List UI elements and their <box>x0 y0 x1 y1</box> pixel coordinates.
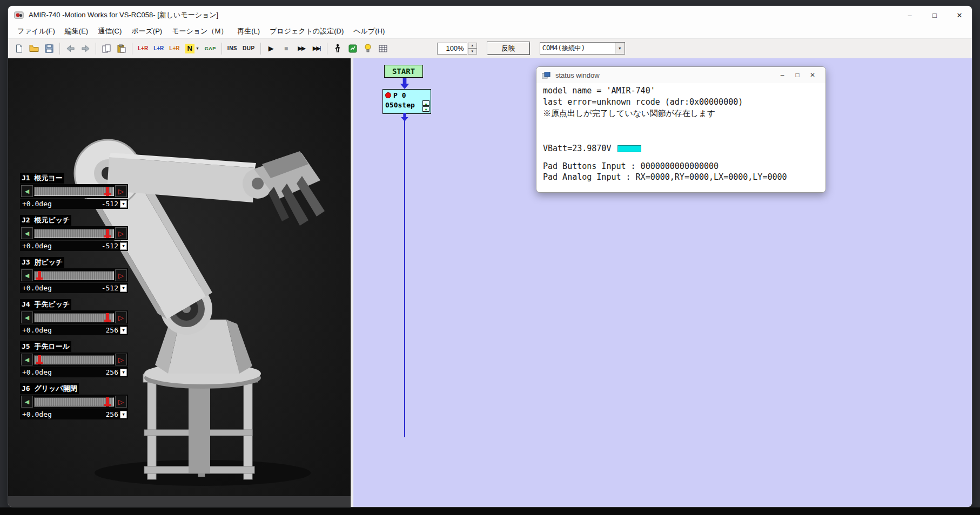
joint-slider-row: ◀ ▷ <box>20 395 128 409</box>
slider-play-button[interactable]: ▷ <box>115 354 127 365</box>
open-file-button[interactable] <box>27 42 41 56</box>
pose-monitor-button[interactable] <box>346 42 360 56</box>
menu-edit[interactable]: 編集(E) <box>60 24 93 38</box>
pose-status-dot <box>385 92 391 98</box>
undo-back-button[interactable] <box>63 42 77 56</box>
slider-play-button[interactable]: ▷ <box>115 269 127 281</box>
joint-value-dropdown[interactable]: ▼ <box>120 369 127 376</box>
insert-icon: INS <box>227 45 237 51</box>
robot-3d-viewport[interactable]: J1 根元ヨー ◀ ▷ +0.0deg -512 ▼ J2 根元ピッチ <box>8 58 351 507</box>
menu-playback[interactable]: 再生(L) <box>232 24 265 38</box>
flow-start-node[interactable]: START <box>384 65 423 78</box>
slider-decrease-button[interactable]: ◀ <box>21 354 33 365</box>
maximize-button[interactable]: □ <box>922 6 947 24</box>
mirror-lr-button-2[interactable]: L+R <box>151 42 166 56</box>
slider-play-button[interactable]: ▷ <box>115 396 127 408</box>
green-chart-icon <box>348 44 357 53</box>
joint-slider-handle[interactable] <box>106 187 109 196</box>
grid-view-button[interactable] <box>376 42 390 56</box>
joint-slider-track[interactable] <box>34 187 114 196</box>
joint-value-dropdown[interactable]: ▼ <box>120 411 127 418</box>
open-folder-icon <box>29 44 39 52</box>
joint-degrees: +0.0deg <box>22 368 106 376</box>
toolbar-separator <box>327 43 327 55</box>
torque-button[interactable] <box>361 42 375 56</box>
status-maximize-button[interactable]: □ <box>790 68 805 82</box>
minimize-button[interactable]: – <box>897 6 922 24</box>
joint-slider-track[interactable] <box>34 397 114 406</box>
slider-play-button[interactable]: ▷ <box>115 185 127 197</box>
zoom-level-field[interactable]: 100% <box>437 43 467 55</box>
joint-slider-track[interactable] <box>34 355 114 364</box>
skip-next-button[interactable]: ▶▶ <box>294 42 308 56</box>
slider-decrease-button[interactable]: ◀ <box>21 396 33 408</box>
status-close-button[interactable]: ✕ <box>805 68 820 82</box>
flow-arrow-icon <box>399 78 410 89</box>
joint-slider-track[interactable] <box>34 229 114 238</box>
walk-motion-button[interactable] <box>331 42 345 56</box>
pose-step-down-button[interactable]: ▼ <box>422 106 429 112</box>
slider-decrease-button[interactable]: ◀ <box>21 227 33 239</box>
menu-motion[interactable]: モーション（M） <box>167 24 232 38</box>
slider-decrease-button[interactable]: ◀ <box>21 311 33 323</box>
menu-project-settings[interactable]: プロジェクトの設定(D) <box>265 24 348 38</box>
joint-slider-handle[interactable] <box>106 229 109 238</box>
slider-decrease-button[interactable]: ◀ <box>21 185 33 197</box>
status-model-name: model name = 'AMIR-740' <box>543 85 819 97</box>
menu-file[interactable]: ファイル(F) <box>12 24 60 38</box>
pose-step-spinner: ▲ ▼ <box>422 100 429 112</box>
joint-slider-handle[interactable] <box>106 397 109 406</box>
menu-help[interactable]: ヘルプ(H) <box>348 24 390 38</box>
joint-value-dropdown[interactable]: ▼ <box>120 284 127 292</box>
stop-button[interactable]: ■ <box>279 42 293 56</box>
combo-dropdown-button[interactable]: ▼ <box>615 43 625 54</box>
joint-value-dropdown[interactable]: ▼ <box>120 242 127 250</box>
flow-pose-node[interactable]: P 0 050step ▲ ▼ <box>382 89 431 114</box>
joint-degrees: +0.0deg <box>22 326 106 334</box>
slider-decrease-button[interactable]: ◀ <box>21 269 33 281</box>
menu-pose[interactable]: ポーズ(P) <box>126 24 167 38</box>
slider-play-button[interactable]: ▷ <box>115 311 127 323</box>
status-window[interactable]: status window – □ ✕ model name = 'AMIR-7… <box>536 66 826 193</box>
joint-slider-track[interactable] <box>34 271 114 280</box>
joint-slider-track[interactable] <box>34 313 114 322</box>
zoom-up-button[interactable]: ▲ <box>468 43 477 49</box>
paste-button[interactable] <box>115 42 129 56</box>
mirror-lr-button-3[interactable]: L+R <box>167 42 182 56</box>
redo-forward-button[interactable] <box>78 42 92 56</box>
window-titlebar[interactable]: AMIR-740 -Motion Works for VS-RC058- [新し… <box>8 6 972 24</box>
menu-communication[interactable]: 通信(C) <box>93 24 126 38</box>
joint-value-dropdown[interactable]: ▼ <box>120 327 127 334</box>
status-window-icon <box>542 71 552 79</box>
joint-value-dropdown[interactable]: ▼ <box>120 200 127 208</box>
joint-control-j1: J1 根元ヨー ◀ ▷ +0.0deg -512 ▼ <box>20 173 128 209</box>
status-minimize-button[interactable]: – <box>775 68 790 82</box>
reflect-button[interactable]: 反映 <box>487 42 530 55</box>
n-block-dropdown-button[interactable]: N ▼ <box>183 42 202 56</box>
gap-button[interactable]: GAP <box>203 42 218 56</box>
joint-slider-row: ◀ ▷ <box>20 268 128 282</box>
joint-slider-handle[interactable] <box>106 313 109 322</box>
save-button[interactable] <box>42 42 56 56</box>
mirror-lr-button-1[interactable]: L+R <box>136 42 150 56</box>
zoom-spinner: ▲ ▼ <box>468 43 477 55</box>
zoom-down-button[interactable]: ▼ <box>468 49 477 55</box>
insert-button[interactable]: INS <box>225 42 239 56</box>
joint-slider-handle[interactable] <box>38 271 41 280</box>
flow-arrow-icon <box>400 113 409 121</box>
battery-level-bar <box>617 145 641 152</box>
mirror-lr-icon: L+R <box>153 45 164 51</box>
n-block-icon: N <box>185 44 194 53</box>
joint-slider-handle[interactable] <box>38 355 41 364</box>
slider-play-button[interactable]: ▷ <box>115 227 127 239</box>
duplicate-button[interactable]: DUP <box>240 42 257 56</box>
motion-flowchart-area[interactable]: START P 0 050step ▲ ▼ <box>353 58 972 507</box>
skip-end-button[interactable]: ▶▶| <box>310 42 324 56</box>
status-window-titlebar[interactable]: status window – □ ✕ <box>536 67 825 83</box>
play-button[interactable]: ▶ <box>264 42 278 56</box>
new-file-button[interactable] <box>12 42 26 56</box>
copy-button[interactable] <box>99 42 113 56</box>
com-port-select[interactable]: COM4(接続中) ▼ <box>540 42 625 55</box>
pose-step-up-button[interactable]: ▲ <box>422 100 429 106</box>
close-button[interactable]: ✕ <box>947 6 972 24</box>
